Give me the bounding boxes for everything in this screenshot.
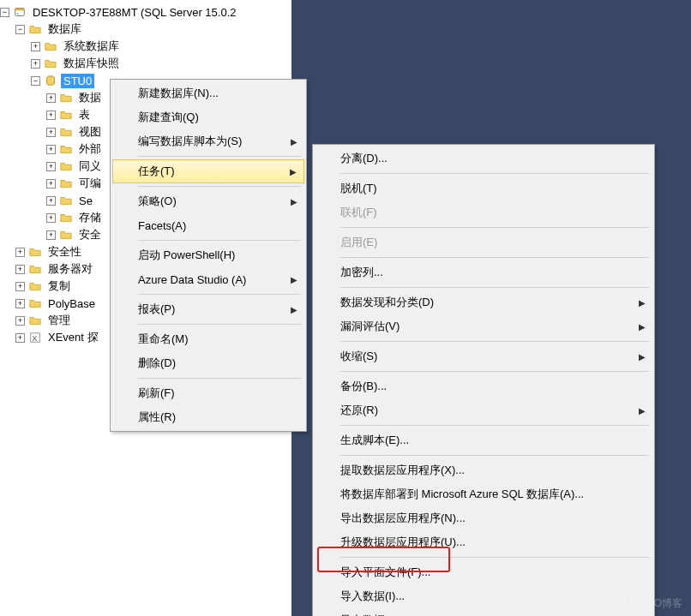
menu-label: 收缩(S) <box>340 349 377 364</box>
expander-icon[interactable] <box>31 42 40 51</box>
tree-label: 同义 <box>76 158 104 175</box>
folder-icon <box>44 57 57 70</box>
expander-icon[interactable] <box>0 8 9 17</box>
tree-node-snapshot[interactable]: 数据库快照 <box>0 55 291 72</box>
menu-item-extract[interactable]: 提取数据层应用程序(X)... <box>315 458 652 482</box>
tree-node-sysdb[interactable]: 系统数据库 <box>0 38 291 55</box>
menu-item-delete[interactable]: 删除(D) <box>112 351 304 375</box>
expander-icon[interactable] <box>46 128 56 137</box>
watermark-text: @ 51CTO博客 <box>616 596 682 611</box>
menu-label: 任务(T) <box>138 164 175 179</box>
menu-label: 将数据库部署到 Microsoft Azure SQL 数据库(A)... <box>340 487 584 502</box>
folder-icon <box>28 296 42 310</box>
menu-item-restore[interactable]: 还原(R)▶ <box>315 398 652 422</box>
menu-label: 导入数据(I)... <box>340 589 405 604</box>
menu-item-policies[interactable]: 策略(O)▶ <box>112 189 304 213</box>
svg-point-2 <box>17 13 19 15</box>
xevent-icon: X <box>28 331 42 344</box>
menu-item-new-query[interactable]: 新建查询(Q) <box>112 105 304 129</box>
menu-item-discover[interactable]: 数据发现和分类(D)▶ <box>315 290 652 314</box>
menu-item-shrink[interactable]: 收缩(S)▶ <box>315 344 652 368</box>
menu-item-reports[interactable]: 报表(P)▶ <box>112 297 304 321</box>
menu-item-import-data[interactable]: 导入数据(I)... <box>315 584 652 608</box>
folder-icon <box>28 279 42 293</box>
tree-node-databases[interactable]: 数据库 <box>0 21 291 38</box>
expander-icon[interactable] <box>31 59 40 69</box>
tree-label: 复制 <box>45 278 73 295</box>
menu-item-new-db[interactable]: 新建数据库(N)... <box>112 81 304 105</box>
menu-separator <box>138 240 301 241</box>
expander-icon[interactable] <box>46 93 56 103</box>
expander-icon[interactable] <box>46 162 56 171</box>
svg-text:X: X <box>33 334 38 343</box>
menu-item-import-flat[interactable]: 导入平面文件(F)... <box>315 560 652 584</box>
expander-icon[interactable] <box>46 230 56 240</box>
menu-separator <box>138 294 301 295</box>
menu-item-vuln[interactable]: 漏洞评估(V)▶ <box>315 314 652 338</box>
expander-icon[interactable] <box>46 111 56 120</box>
expander-icon[interactable] <box>15 282 25 291</box>
folder-icon <box>28 245 42 259</box>
menu-item-export-data[interactable]: 导出数据(X)... <box>315 608 652 616</box>
menu-item-refresh[interactable]: 刷新(F) <box>112 381 304 405</box>
menu-label: 加密列... <box>340 265 383 280</box>
expander-icon[interactable] <box>15 333 25 343</box>
submenu-arrow-icon: ▶ <box>291 275 297 284</box>
menu-item-detach[interactable]: 分离(D)... <box>315 147 652 170</box>
menu-item-upgrade-dacpac[interactable]: 升级数据层应用程序(U)... <box>315 530 652 554</box>
menu-separator <box>340 425 649 426</box>
expander-icon[interactable] <box>15 248 25 257</box>
menu-item-script-as[interactable]: 编写数据库脚本为(S)▶ <box>112 129 304 153</box>
menu-label: 漏洞评估(V) <box>340 319 400 334</box>
expander-icon[interactable] <box>15 25 25 34</box>
menu-item-tasks[interactable]: 任务(T)▶ <box>112 159 304 183</box>
folder-icon <box>28 22 42 36</box>
expander-icon[interactable] <box>15 316 25 326</box>
menu-item-encrypt[interactable]: 加密列... <box>315 260 652 284</box>
folder-icon <box>44 39 57 53</box>
menu-item-backup[interactable]: 备份(B)... <box>315 374 652 398</box>
submenu-arrow-icon: ▶ <box>639 322 646 332</box>
expander-icon[interactable] <box>46 145 56 154</box>
submenu-arrow-icon: ▶ <box>639 298 646 308</box>
submenu-arrow-icon: ▶ <box>291 137 297 147</box>
folder-icon <box>59 125 73 139</box>
menu-label: 启用(E) <box>340 235 377 250</box>
menu-item-offline[interactable]: 脱机(T) <box>315 176 652 200</box>
menu-label: 属性(R) <box>138 410 176 425</box>
expander-icon[interactable] <box>31 76 40 86</box>
submenu-arrow-icon: ▶ <box>291 197 297 206</box>
menu-item-rename[interactable]: 重命名(M) <box>112 327 304 351</box>
tree-root-server[interactable]: DESKTOP-37E88MT (SQL Server 15.0.2 <box>0 3 291 21</box>
folder-icon <box>59 228 73 242</box>
menu-item-online: 联机(F) <box>315 200 652 224</box>
menu-item-powershell[interactable]: 启动 PowerShell(H) <box>112 243 304 267</box>
menu-item-properties[interactable]: 属性(R) <box>112 405 304 429</box>
expander-icon[interactable] <box>46 213 56 223</box>
folder-icon <box>59 176 73 190</box>
svg-rect-1 <box>15 9 25 11</box>
tree-label-selected: STU0 <box>61 74 94 88</box>
submenu-arrow-icon: ▶ <box>291 305 297 314</box>
tree-label: 服务器对 <box>45 260 95 278</box>
menu-label: 脱机(T) <box>340 181 377 196</box>
menu-label: 分离(D)... <box>340 151 388 166</box>
expander-icon[interactable] <box>15 299 25 308</box>
tree-label: 数据 <box>76 89 104 106</box>
menu-label: 备份(B)... <box>340 379 387 394</box>
menu-item-azure-ds[interactable]: Azure Data Studio (A)▶ <box>112 267 304 291</box>
menu-label: 新建查询(Q) <box>138 110 199 125</box>
menu-item-enable: 启用(E) <box>315 230 652 254</box>
menu-label: Azure Data Studio (A) <box>138 273 246 286</box>
menu-label: 删除(D) <box>138 356 176 371</box>
expander-icon[interactable] <box>46 196 56 206</box>
menu-item-genscript[interactable]: 生成脚本(E)... <box>315 428 652 452</box>
expander-icon[interactable] <box>15 265 25 274</box>
folder-icon <box>59 211 73 224</box>
context-submenu-tasks: 分离(D)... 脱机(T) 联机(F) 启用(E) 加密列... 数据发现和分… <box>312 144 655 616</box>
menu-item-facets[interactable]: Facets(A) <box>112 213 304 237</box>
menu-item-export-dacpac[interactable]: 导出数据层应用程序(N)... <box>315 506 652 530</box>
menu-item-deploy-azure[interactable]: 将数据库部署到 Microsoft Azure SQL 数据库(A)... <box>315 482 652 506</box>
expander-icon[interactable] <box>46 179 56 188</box>
tree-label: 表 <box>76 106 93 123</box>
